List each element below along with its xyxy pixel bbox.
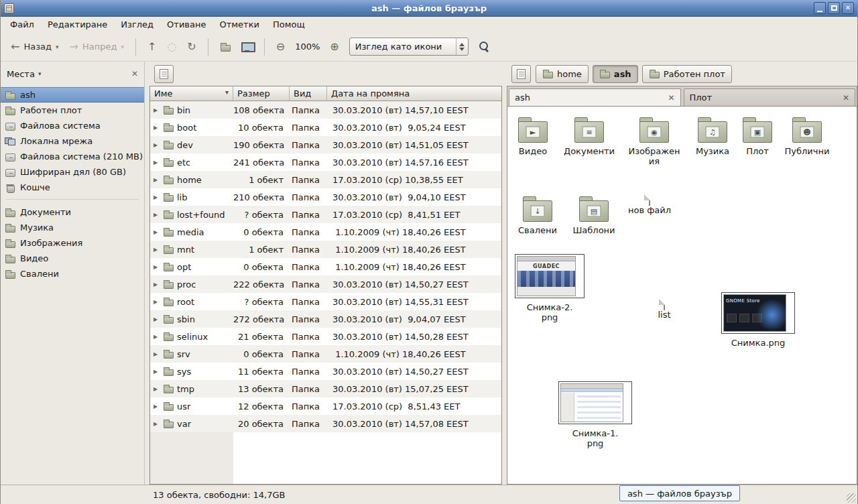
path-button[interactable]: home — [536, 65, 589, 83]
expander-icon[interactable]: ▶ — [154, 403, 160, 410]
forward-button[interactable]: → Напред ▾ — [65, 39, 129, 55]
expander-icon[interactable]: ▶ — [154, 316, 160, 322]
table-row[interactable]: ▶etc241 обектаПапка30.03.2010 (вт) 14,57… — [150, 153, 501, 171]
expander-icon[interactable]: ▶ — [154, 281, 160, 288]
table-row[interactable]: ▶var20 обектаПапка30.03.2010 (вт) 14,57,… — [150, 415, 501, 432]
expander-icon[interactable]: ▶ — [154, 160, 160, 166]
table-row[interactable]: ▶srv0 обектаПапка 1.10.2009 (чт) 18,40,2… — [150, 345, 501, 363]
sidebar-item[interactable]: Изображения — [1, 235, 144, 251]
icon-item[interactable]: ≡Документи — [560, 116, 618, 156]
table-row[interactable]: ▶sbin272 обектаПапка30.03.2010 (вт) 9,04… — [150, 310, 501, 328]
icon-item[interactable]: GNOME StoreСнимка.png — [721, 292, 795, 348]
table-row[interactable]: ▶lost+found? обектаПапка17.03.2010 (ср) … — [150, 206, 501, 223]
menu-item[interactable]: Файл — [3, 17, 41, 32]
table-row[interactable]: ▶proc222 обектаПапка30.03.2010 (вт) 14,5… — [150, 275, 501, 293]
table-row[interactable]: ▶selinux21 обектаПапка30.03.2010 (вт) 14… — [150, 328, 501, 345]
pane-splitter[interactable] — [145, 62, 149, 485]
icon-item[interactable]: ♫Музика — [686, 116, 739, 156]
back-button[interactable]: ← Назад ▾ — [6, 39, 64, 55]
table-row[interactable]: ▶boot10 обектаПапка30.03.2010 (вт) 9,05,… — [150, 119, 501, 136]
expander-icon[interactable]: ▶ — [154, 369, 160, 375]
icon-item[interactable]: ↓Свалени — [511, 195, 564, 235]
stop-button[interactable]: ◌ — [162, 39, 181, 55]
close-button[interactable]: ✕ — [842, 2, 854, 14]
tab-close-button[interactable]: ✕ — [662, 93, 674, 103]
icon-item[interactable]: ▤Шаблони — [568, 195, 620, 235]
sidebar-item[interactable]: Файлова система — [1, 118, 144, 133]
column-header-name[interactable]: Име▾ — [150, 86, 233, 101]
icon-item[interactable]: ☻Публични — [780, 116, 834, 156]
icon-item[interactable]: ▣Плот — [734, 116, 781, 156]
icon-item[interactable]: ►Видео — [507, 116, 559, 156]
expander-icon[interactable]: ▶ — [154, 386, 160, 392]
expander-icon[interactable]: ▶ — [154, 229, 160, 235]
sidebar-item[interactable]: Документи — [1, 204, 144, 220]
menu-item[interactable]: Изглед — [114, 17, 160, 32]
table-row[interactable]: ▶bin108 обектаПапка30.03.2010 (вт) 14,57… — [150, 101, 501, 119]
expander-icon[interactable]: ▶ — [154, 299, 160, 305]
menu-item[interactable]: Отметки — [212, 17, 265, 32]
expander-icon[interactable]: ▶ — [154, 247, 160, 253]
sidebar-item[interactable]: Файлова система (210 MB) — [1, 149, 144, 164]
path-button[interactable]: Работен плот — [642, 65, 732, 83]
expander-icon[interactable]: ▶ — [154, 107, 160, 113]
tab[interactable]: ash✕ — [509, 88, 681, 106]
menu-item[interactable]: Отиване — [160, 17, 212, 32]
sidebar-item[interactable]: Видео — [1, 251, 144, 266]
table-row[interactable]: ▶tmp13 обектаПапка30.03.2010 (вт) 15,07,… — [150, 380, 501, 397]
zoom-out-button[interactable]: ⊖ — [271, 39, 290, 55]
icon-item[interactable]: ◉Изображения — [627, 116, 681, 166]
expander-icon[interactable]: ▶ — [154, 125, 160, 131]
table-row[interactable]: ▶usr12 обектаПапка17.03.2010 (ср) 8,51,4… — [150, 397, 501, 415]
resize-grip-icon[interactable] — [847, 493, 856, 503]
icon-item[interactable]: Снимка-1.png — [558, 381, 632, 448]
icon-item[interactable]: GUADECСнимка-2.png — [515, 254, 585, 322]
tab[interactable]: Плот✕ — [684, 88, 856, 106]
sidebar-item[interactable]: ash — [1, 87, 144, 103]
reload-button[interactable]: ↻ — [182, 39, 200, 55]
table-row[interactable]: ▶dev190 обектаПапка30.03.2010 (вт) 14,51… — [150, 136, 501, 153]
expander-icon[interactable]: ▶ — [154, 212, 160, 218]
column-header-size[interactable]: Размер — [233, 86, 290, 101]
expander-icon[interactable]: ▶ — [154, 264, 160, 270]
tab-close-button[interactable]: ✕ — [837, 93, 849, 103]
menu-item[interactable]: Помощ — [266, 17, 312, 32]
sidebar-item[interactable]: Свалени — [1, 266, 144, 281]
menu-item[interactable]: Редактиране — [41, 17, 114, 32]
up-button[interactable]: ↑ — [143, 39, 161, 55]
sidebar-item[interactable]: Кошче — [1, 180, 144, 195]
sidebar-title[interactable]: Места — [7, 69, 35, 79]
search-button[interactable] — [474, 38, 495, 55]
computer-button[interactable] — [237, 40, 257, 54]
sidebar-item[interactable]: Локална мрежа — [1, 133, 144, 149]
sidebar-close-button[interactable]: ✕ — [131, 69, 138, 78]
minimize-button[interactable] — [814, 2, 826, 14]
table-row[interactable]: ▶root? обектаПапка30.03.2010 (вт) 14,55,… — [150, 293, 501, 310]
table-row[interactable]: ▶home1 обектПапка17.03.2010 (ср) 10,38,5… — [150, 171, 501, 188]
expander-icon[interactable]: ▶ — [154, 142, 160, 148]
icon-item[interactable]: list — [641, 300, 688, 320]
sidebar-item[interactable]: Музика — [1, 220, 144, 235]
home-button[interactable] — [215, 39, 235, 55]
titlebar[interactable]: ash — файлов браузър ✕ — [1, 0, 857, 17]
sidebar-item[interactable]: Шифриран дял (80 GB) — [1, 164, 144, 180]
table-row[interactable]: ▶sys11 обектаПапка30.03.2010 (вт) 14,50,… — [150, 363, 501, 380]
table-row[interactable]: ▶mnt1 обектПапка 1.10.2009 (чт) 18,40,26… — [150, 241, 501, 258]
table-row[interactable]: ▶lib210 обектаПапка30.03.2010 (вт) 9,04,… — [150, 188, 501, 206]
sidebar-item[interactable]: Работен плот — [1, 103, 144, 118]
location-toggle-button[interactable] — [511, 65, 531, 83]
table-row[interactable]: ▶media0 обектаПапка 1.10.2009 (чт) 18,40… — [150, 223, 501, 241]
table-row[interactable]: ▶opt0 обектаПапка 1.10.2009 (чт) 18,40,2… — [150, 258, 501, 275]
expander-icon[interactable]: ▶ — [154, 177, 160, 183]
location-toggle-button[interactable] — [154, 65, 174, 83]
expander-icon[interactable]: ▶ — [154, 334, 160, 340]
icon-item[interactable]: нов файл — [623, 195, 676, 215]
maximize-button[interactable] — [828, 2, 840, 14]
expander-icon[interactable]: ▶ — [154, 351, 160, 357]
pane-splitter[interactable] — [502, 62, 507, 485]
expander-icon[interactable]: ▶ — [154, 421, 160, 427]
column-header-date[interactable]: Дата на промяна — [327, 86, 501, 101]
path-button[interactable]: ash — [593, 65, 638, 83]
zoom-in-button[interactable]: ⊕ — [325, 39, 343, 55]
expander-icon[interactable]: ▶ — [154, 194, 160, 200]
